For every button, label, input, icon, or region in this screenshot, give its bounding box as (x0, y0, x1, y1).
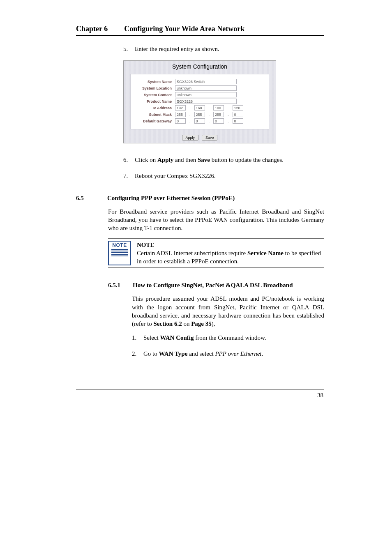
input-ip-1[interactable]: 192 (175, 105, 186, 111)
label-system-contact: System Contact (136, 93, 172, 97)
sub-step-1: 1. Select WAN Config from the Command wi… (132, 334, 324, 342)
label-default-gateway: Default Gateway (136, 119, 172, 123)
input-ip-4[interactable]: 128 (233, 105, 243, 111)
figure-form: System Name SGX3226 Switch System Locati… (130, 74, 269, 129)
note-icon: NOTE (108, 241, 131, 266)
input-system-location[interactable]: unknown (175, 85, 237, 91)
input-system-contact[interactable]: unknown (175, 92, 237, 97)
ip-dot-icon: . (209, 106, 210, 110)
input-gw-2[interactable]: 0 (194, 118, 205, 124)
note-heading: NOTE (137, 242, 154, 248)
save-button[interactable]: Save (202, 135, 218, 140)
figure-title: System Configuration (124, 61, 276, 74)
input-mask-1[interactable]: 255 (175, 112, 186, 117)
row-ip-address: IP Address 192. 168. 100. 128 (136, 105, 263, 111)
page-number: 38 (76, 392, 324, 399)
ip-dot-icon: . (228, 113, 229, 117)
ip-dot-icon: . (189, 113, 191, 117)
note-icon-label: NOTE (110, 242, 129, 248)
header-rule (76, 35, 324, 36)
ip-dot-icon: . (209, 119, 210, 123)
ip-dot-icon: . (189, 106, 191, 110)
input-ip-3[interactable]: 100 (213, 105, 224, 111)
subsection-number: 6.5.1 (108, 282, 120, 289)
step-number: 6. (123, 156, 135, 164)
apply-button[interactable]: Apply (182, 135, 199, 140)
step-5: 5. Enter the required entry as shown. (123, 45, 324, 53)
chapter-title: Configuring Your Wide Area Network (124, 25, 244, 33)
section-heading: 6.5 Configuring PPP over Ethernet Sessio… (76, 195, 324, 202)
row-system-contact: System Contact unknown (136, 92, 263, 97)
input-mask-3[interactable]: 255 (213, 112, 224, 117)
input-product-name[interactable]: SGX3226 (175, 99, 237, 104)
top-steps: 5. Enter the required entry as shown. (123, 45, 324, 53)
row-system-location: System Location unknown (136, 85, 263, 91)
row-product-name: Product Name SGX3226 (136, 99, 263, 104)
chapter-label: Chapter 6 (76, 25, 108, 33)
note-lines-icon (110, 249, 129, 257)
step-6: 6. Click on Apply and then Save button t… (123, 156, 324, 164)
step-number: 2. (132, 350, 143, 358)
ip-dot-icon: . (209, 113, 210, 117)
label-subnet-mask: Subnet Mask (136, 113, 172, 117)
row-subnet-mask: Subnet Mask 255. 255. 255. 0 (136, 112, 263, 117)
label-product-name: Product Name (136, 99, 172, 104)
input-mask-4[interactable]: 0 (233, 112, 243, 117)
section-number: 6.5 (76, 195, 91, 202)
row-system-name: System Name SGX3226 Switch (136, 79, 263, 84)
step-7: 7. Reboot your Compex SGX3226. (123, 172, 324, 180)
subsection-title: How to Configure SingNet, PacNet &QALA D… (133, 282, 293, 289)
ip-dot-icon: . (189, 119, 191, 123)
note-body: NOTE Certain ADSL Internet subscriptions… (137, 241, 324, 266)
input-mask-2[interactable]: 255 (194, 112, 205, 117)
ip-dot-icon: . (228, 119, 229, 123)
label-system-location: System Location (136, 86, 172, 90)
step-number: 5. (123, 45, 135, 53)
note-box: NOTE NOTE Certain ADSL Internet subscrip… (108, 238, 324, 268)
step-text: Enter the required entry as shown. (135, 45, 324, 53)
row-default-gateway: Default Gateway 0. 0. 0. 0 (136, 118, 263, 124)
label-ip-address: IP Address (136, 106, 172, 110)
subsection-paragraph: This procedure assumed your ADSL modem a… (132, 295, 324, 328)
sub-step-2: 2. Go to WAN Type and select PPP over Et… (132, 350, 324, 358)
step-number: 7. (123, 172, 135, 180)
input-gw-4[interactable]: 0 (233, 118, 243, 124)
step-text: Select WAN Config from the Command windo… (143, 334, 266, 342)
step-text: Click on Apply and then Save button to u… (135, 156, 324, 164)
input-gw-1[interactable]: 0 (175, 118, 186, 124)
ip-dot-icon: . (228, 106, 229, 110)
footer-rule (76, 389, 324, 389)
mid-steps: 6. Click on Apply and then Save button t… (123, 156, 324, 180)
input-gw-3[interactable]: 0 (213, 118, 224, 124)
subsection-steps: 1. Select WAN Config from the Command wi… (132, 334, 324, 358)
subsection-heading: 6.5.1 How to Configure SingNet, PacNet &… (108, 282, 324, 289)
label-system-name: System Name (136, 80, 172, 84)
step-number: 1. (132, 334, 143, 342)
input-system-name[interactable]: SGX3226 Switch (175, 79, 237, 84)
section-paragraph: For Broadband service providers such as … (108, 207, 324, 233)
page-header: Chapter 6 Configuring Your Wide Area Net… (76, 25, 324, 33)
step-text: Go to WAN Type and select PPP over Ether… (143, 350, 263, 358)
step-text: Reboot your Compex SGX3226. (135, 172, 324, 180)
system-config-figure: System Configuration System Name SGX3226… (123, 60, 276, 143)
section-title: Configuring PPP over Ethernet Session (P… (107, 195, 235, 202)
input-ip-2[interactable]: 168 (194, 105, 205, 111)
